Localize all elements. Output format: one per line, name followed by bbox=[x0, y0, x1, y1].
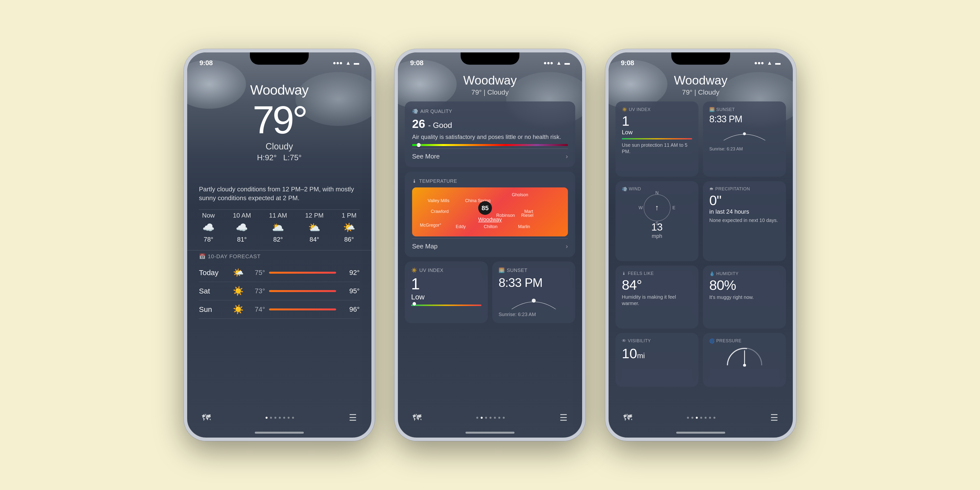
hourly-icon-now: ☁️ bbox=[202, 222, 215, 233]
humidity-grid-value: 80% bbox=[709, 278, 780, 292]
map-icon-2[interactable]: 🗺 bbox=[412, 412, 422, 423]
see-map-arrow: › bbox=[566, 243, 568, 250]
nav-dot-7 bbox=[292, 417, 294, 419]
nav-dot2-6 bbox=[498, 417, 500, 419]
compass-ring: N E S W ↑ bbox=[644, 194, 671, 221]
forecast-bar-fill-sun bbox=[269, 309, 336, 310]
precip-grid-period: in last 24 hours bbox=[709, 208, 780, 215]
nav-dot3-4 bbox=[700, 417, 702, 419]
uv-grid-label: UV INDEX bbox=[629, 107, 651, 112]
aq-bar bbox=[412, 144, 568, 146]
compass-w: W bbox=[639, 205, 643, 210]
home-indicator-1 bbox=[255, 432, 304, 434]
nav-dot2-4 bbox=[490, 417, 492, 419]
sunset-arc-grid bbox=[709, 127, 780, 146]
temp-map-title: 🌡 TEMPERATURE bbox=[412, 178, 568, 184]
humidity-grid-title: 💧 HUMIDITY bbox=[709, 271, 780, 276]
uv-grid-title: ☀️ UV INDEX bbox=[622, 107, 692, 112]
wind-icon-grid: 💨 bbox=[622, 186, 627, 192]
aq-description: Air quality is satisfactory and poses li… bbox=[412, 133, 568, 141]
forecast-high-today: 92° bbox=[340, 269, 360, 277]
home-indicator-3 bbox=[676, 432, 725, 434]
status-icons-2: ●●● ▲ ▬ bbox=[543, 60, 570, 66]
hourly-temp-now: 78° bbox=[204, 236, 213, 243]
visibility-grid-title: 👁 VISIBILITY bbox=[622, 338, 692, 344]
bottom-nav-1: 🗺 ☰ bbox=[187, 412, 371, 423]
hourly-item-11am: 11 AM 🌥️ 82° bbox=[269, 212, 287, 243]
calendar-icon: 📅 bbox=[199, 253, 206, 260]
visibility-grid-card: 👁 VISIBILITY 10mi bbox=[616, 333, 698, 387]
rain-icon-grid: 🌧 bbox=[709, 186, 714, 192]
visibility-value: 10 bbox=[622, 346, 637, 361]
forecast-day-sun: Sun bbox=[199, 305, 231, 313]
pressure-grid-label: PRESSURE bbox=[716, 338, 741, 344]
city-name-1: Woodway bbox=[187, 82, 371, 98]
notch-2 bbox=[461, 52, 519, 65]
high-temp-1: H:92° bbox=[257, 153, 277, 162]
sunset-grid-label: SUNSET bbox=[716, 107, 735, 112]
nav-dot-5 bbox=[283, 417, 285, 419]
list-icon-3[interactable]: ☰ bbox=[770, 412, 778, 423]
status-icons-3: ●●● ▲ ▬ bbox=[754, 60, 781, 66]
nav-dot2-7 bbox=[503, 417, 505, 419]
compass-display: N E S W ↑ 13 mph bbox=[644, 194, 671, 239]
wind-unit: mph bbox=[644, 233, 671, 239]
notch-3 bbox=[671, 52, 730, 65]
map-city-chilton: Chilton bbox=[484, 224, 498, 229]
hourly-label-12pm: 12 PM bbox=[305, 212, 324, 219]
signal-icon-2: ●●● bbox=[543, 60, 553, 66]
sunset-grid-title: 🌅 SUNSET bbox=[709, 107, 780, 112]
forecast-high-sun: 96° bbox=[340, 305, 360, 313]
map-icon-1[interactable]: 🗺 bbox=[202, 412, 211, 423]
phone-3: 9:08 ●●● ▲ ▬ Woodway 79° | Cloudy ☀️ UV … bbox=[605, 49, 796, 441]
wind-icon-aq: 💨 bbox=[412, 108, 418, 114]
phone-frame-1: 9:08 ●●● ▲ ▬ Woodway 79° Cloudy H:92° L:… bbox=[184, 49, 375, 441]
eye-icon-grid: 👁 bbox=[622, 338, 627, 344]
weather-description-1: Partly cloudy conditions from 12 PM–2 PM… bbox=[199, 185, 360, 210]
low-temp-1: L:75° bbox=[283, 153, 302, 162]
forecast-low-sat: 73° bbox=[245, 287, 265, 295]
aq-number: 26 bbox=[412, 117, 425, 130]
see-more-row[interactable]: See More › bbox=[412, 148, 568, 160]
bottom-nav-3: 🗺 ☰ bbox=[609, 412, 793, 423]
status-time-3: 9:08 bbox=[621, 59, 634, 67]
forecast-bar-fill-today bbox=[269, 272, 336, 274]
status-time-2: 9:08 bbox=[410, 59, 423, 67]
list-icon-1[interactable]: ☰ bbox=[349, 412, 357, 423]
aq-card-title: 💨 AIR QUALITY bbox=[412, 108, 568, 114]
precip-grid-value: 0" bbox=[709, 194, 780, 207]
phone-screen-3: 9:08 ●●● ▲ ▬ Woodway 79° | Cloudy ☀️ UV … bbox=[609, 52, 793, 438]
sunrise-text-p2: Sunrise: 6:23 AM bbox=[499, 312, 569, 317]
forecast-bar-today bbox=[269, 272, 336, 274]
thermometer-icon: 🌡 bbox=[412, 178, 417, 184]
map-icon-3[interactable]: 🗺 bbox=[623, 412, 632, 423]
pressure-grid-card: 🌀 PRESSURE bbox=[703, 333, 786, 387]
map-city-mcgregor: McGregor° bbox=[420, 223, 441, 228]
forecast-day-sat: Sat bbox=[199, 287, 231, 295]
wind-grid-card: 💨 WIND N E S W ↑ 13 bbox=[616, 181, 698, 261]
nav-dot3-7 bbox=[713, 417, 715, 419]
uv-grid-card: ☀️ UV INDEX 1 Low Use sun protection 11 … bbox=[616, 102, 698, 177]
waco-marker: 85 Woodway bbox=[478, 201, 502, 223]
map-city-crawford: Crawford bbox=[431, 209, 449, 214]
uv-sunset-row: ☀️ UV INDEX 1 Low 🌅 SUNSET bbox=[405, 261, 575, 323]
compass-arrow: ↑ bbox=[655, 203, 659, 212]
see-map-row[interactable]: See Map › bbox=[412, 239, 568, 250]
see-more-text: See More bbox=[412, 153, 440, 160]
list-icon-2[interactable]: ☰ bbox=[560, 412, 568, 423]
forecast-bar-fill-sat bbox=[269, 290, 336, 292]
pressure-gauge bbox=[709, 346, 780, 365]
bottom-nav-2: 🗺 ☰ bbox=[398, 412, 582, 423]
nav-dot3-6 bbox=[709, 417, 711, 419]
nav-dot3-1 bbox=[687, 417, 689, 419]
hourly-label-1pm: 1 PM bbox=[342, 212, 356, 219]
wind-grid-label: WIND bbox=[629, 186, 641, 192]
city-header-2: Woodway 79° | Cloudy bbox=[398, 73, 582, 96]
forecast-low-today: 75° bbox=[245, 269, 265, 277]
feelslike-grid-title: 🌡 FEELS LIKE bbox=[622, 271, 692, 276]
uv-indicator-p2 bbox=[412, 302, 416, 305]
hourly-label-11am: 11 AM bbox=[269, 212, 287, 219]
nav-dot3-5 bbox=[705, 417, 706, 419]
compass-e: E bbox=[672, 205, 675, 210]
see-more-arrow: › bbox=[566, 153, 568, 160]
